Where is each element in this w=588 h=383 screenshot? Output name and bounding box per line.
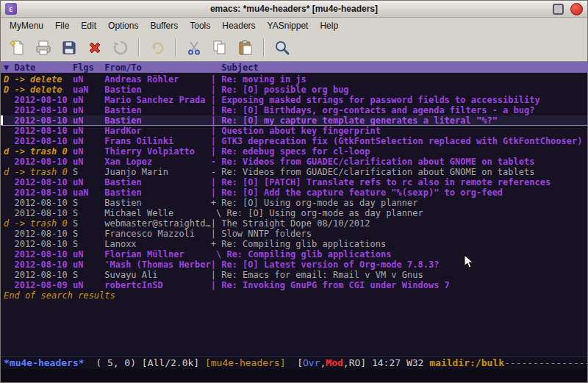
mark-flag	[4, 115, 14, 125]
message-from: Juanjo Marin	[104, 167, 210, 177]
message-subject: | Question about key fingerprint	[211, 126, 587, 136]
message-flags: S	[73, 167, 104, 177]
message-row[interactable]: 2012-08-10 uN Frans Oilinki | GTK3 depre…	[1, 136, 587, 146]
message-row[interactable]: 2012-08-10 S Lanoxx + Re: Compiling glib…	[1, 239, 587, 249]
message-from: Florian Müllner	[104, 249, 210, 259]
message-row[interactable]: 2012-08-10 uN Florian Müllner \ Re: Comp…	[1, 249, 587, 259]
emacs-app-icon: ε	[5, 3, 17, 15]
menu-item-help[interactable]: Help	[314, 18, 344, 33]
message-row[interactable]: D -> delete uN Andreas Röhler | Re: movi…	[1, 74, 587, 85]
cut-button[interactable]	[183, 37, 205, 59]
tool-bar	[1, 34, 587, 62]
menu-item-mymenu[interactable]: MyMenu	[4, 18, 49, 33]
save-button[interactable]	[58, 37, 80, 59]
window-maximize-button[interactable]	[553, 4, 564, 15]
modeline-segment: ,RO]	[343, 357, 372, 368]
print-button[interactable]	[32, 37, 54, 59]
date-or-mark: 2012-08-10	[14, 187, 72, 198]
date-or-mark: 2012-08-10	[14, 229, 72, 239]
close-buffer-button[interactable]	[84, 37, 106, 59]
mode-line[interactable]: *mu4e-headers* ( 5, 0) [All/2.0k] [mu4e-…	[1, 356, 587, 369]
message-flags: S	[73, 239, 104, 249]
date-or-mark: -> trash 0	[14, 218, 72, 229]
mark-flag	[4, 95, 14, 105]
menu-item-options[interactable]: Options	[102, 18, 144, 33]
window-close-button[interactable]	[570, 3, 583, 15]
message-from: Andreas Röhler	[104, 74, 210, 85]
message-row[interactable]: 2012-08-10 uN Xan Lopez - Re: Videos fro…	[1, 157, 587, 167]
header-col-from[interactable]: From/To	[104, 62, 210, 73]
date-or-mark: 2012-08-10	[14, 249, 72, 259]
header-col-subject[interactable]: Subject	[211, 62, 587, 73]
mark-flag	[4, 126, 14, 136]
end-of-results: End of search results	[1, 290, 587, 301]
header-col-date[interactable]: Date	[14, 62, 72, 73]
message-row[interactable]: 2012-08-10 S Francesco Mazzoli | Slow NN…	[1, 229, 587, 239]
menu-item-edit[interactable]: Edit	[75, 18, 102, 33]
date-or-mark: 2012-08-10	[14, 115, 72, 125]
message-flags: uN	[73, 259, 104, 270]
message-row[interactable]: 2012-08-10 uN Bastien | Re: [O] Birthday…	[1, 105, 587, 115]
message-subject: | Exposing masked strings for password f…	[211, 95, 587, 105]
new-file-button[interactable]	[7, 37, 29, 59]
message-row[interactable]: 2012-08-10 uN 'Mash (Thomas Herbert) | R…	[1, 259, 587, 270]
message-subject: | Re: [O] possible org bug	[211, 85, 587, 95]
message-from: 'Mash (Thomas Herbert)	[104, 259, 210, 270]
mark-flag: d	[4, 167, 14, 177]
search-button[interactable]	[271, 37, 293, 59]
message-flags: uaN	[73, 85, 104, 95]
message-flags: uaN	[73, 187, 104, 198]
paste-button[interactable]	[234, 37, 257, 59]
echo-area[interactable]	[1, 369, 587, 382]
headers-header-line: ▼ Date Flgs From/To Subject	[1, 62, 587, 73]
sort-direction-icon[interactable]: ▼	[4, 62, 14, 73]
message-row[interactable]: d -> trash 0 S webmaster@straightd… | Th…	[1, 218, 587, 229]
copy-button[interactable]	[209, 37, 231, 59]
menu-item-buffers[interactable]: Buffers	[144, 18, 184, 33]
date-or-mark: 2012-08-10	[14, 95, 72, 105]
message-row[interactable]: 2012-08-10 S Suvayu Ali | Re: Emacs for …	[1, 270, 587, 280]
message-row[interactable]: 2012-08-10 uaN Bastien | Re: [O] Add the…	[1, 187, 587, 198]
message-from: Michael Welle	[104, 208, 210, 218]
menu-item-file[interactable]: File	[49, 18, 75, 33]
message-row[interactable]: D -> delete uaN Bastien | Re: [O] possib…	[1, 85, 587, 95]
mark-flag	[4, 239, 14, 249]
message-flags: uN	[73, 249, 104, 259]
message-from: Bastien	[104, 115, 210, 125]
message-flags: uN	[73, 74, 104, 85]
message-list: D -> delete uN Andreas Röhler | Re: movi…	[1, 73, 587, 290]
message-row[interactable]: d -> trash 0 uN Thierry Volpiatto | Re: …	[1, 146, 587, 157]
undo-button[interactable]	[146, 37, 168, 59]
search-icon	[273, 39, 291, 57]
message-from: Bastien	[104, 198, 210, 208]
window-controls	[553, 3, 583, 15]
date-or-mark: 2012-08-10	[14, 105, 72, 115]
message-subject: \ Re: [O] Using org-mode as day planner	[211, 208, 587, 218]
message-subject: | Re: Emacs for email: Rmail v VM v Gnus	[211, 270, 587, 280]
message-row[interactable]: 2012-08-09 uN robertcInSD | Re: Invoking…	[1, 280, 587, 290]
mu4e-headers-buffer[interactable]: ▼ Date Flgs From/To Subject D -> delete …	[1, 62, 587, 356]
menu-item-tools[interactable]: Tools	[184, 18, 216, 33]
message-flags: S	[73, 198, 104, 208]
message-row[interactable]: 2012-08-10 S Michael Welle \ Re: [O] Usi…	[1, 208, 587, 218]
message-subject: | Re: [O] Add the capture feature "%(sex…	[211, 187, 587, 198]
message-row[interactable]: 2012-08-10 uN Mario Sanchez Prada | Expo…	[1, 95, 587, 105]
header-col-flags[interactable]: Flgs	[73, 62, 104, 73]
menu-item-headers[interactable]: Headers	[216, 18, 261, 33]
message-row[interactable]: 2012-08-10 uN Bastien | Re: [O] [PATCH] …	[1, 177, 587, 187]
title-bar[interactable]: ε emacs: *mu4e-headers* [mu4e-headers]	[1, 1, 587, 18]
message-row[interactable]: 2012-08-10 uN HardKor | Question about k…	[1, 126, 587, 136]
message-subject: | Re: Invoking GnuPG from CGI under Wind…	[211, 280, 587, 290]
modeline-segment: *mu4e-headers*	[4, 357, 85, 368]
modeline-segment: ( 5, 0) [All/2.0k]	[85, 357, 205, 368]
message-row[interactable]: 2012-08-10 S Bastien + Re: [O] Using org…	[1, 198, 587, 208]
message-subject: - Re: Videos from GUADEC/clarification a…	[211, 167, 587, 177]
mark-flag: d	[4, 218, 14, 229]
revert-buffer-button[interactable]	[110, 37, 132, 59]
save-icon	[60, 39, 78, 57]
message-row[interactable]: 2012-08-10 uN Bastien | Re: [O] my captu…	[1, 115, 587, 126]
message-row[interactable]: d -> trash 0 S Juanjo Marin - Re: Videos…	[1, 167, 587, 177]
date-or-mark: -> delete	[14, 74, 72, 85]
menu-item-yasnippet[interactable]: YASnippet	[262, 18, 315, 33]
message-from: Frans Oilinki	[104, 136, 210, 146]
